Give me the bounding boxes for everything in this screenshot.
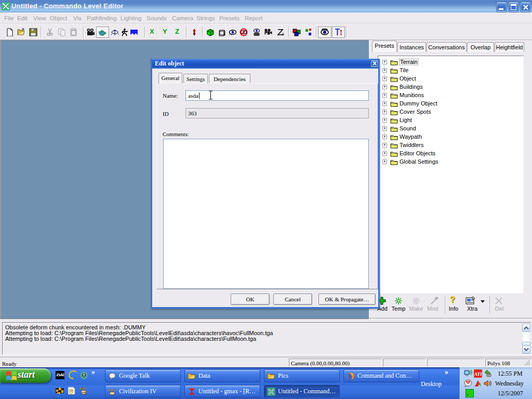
svg-text:ATI: ATI: [474, 371, 482, 377]
